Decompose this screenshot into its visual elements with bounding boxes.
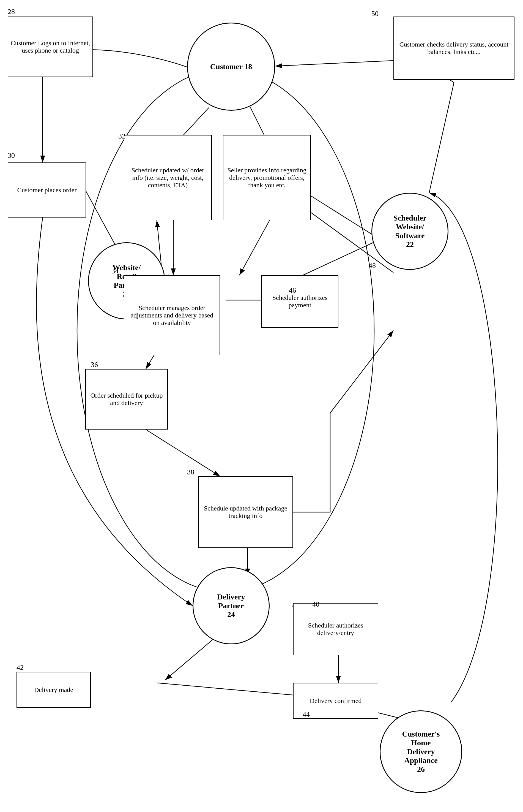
svg-line-8 (239, 220, 270, 275)
scheduler-website-node: SchedulerWebsite/Software22 (372, 193, 448, 270)
customer-checks-text: Customer checks delivery status, account… (396, 41, 512, 56)
delivery-made-text: Delivery made (34, 686, 73, 694)
scheduler-authorizes-payment-box: Scheduler authorizes payment (262, 275, 338, 328)
label-40: 40 (312, 600, 320, 608)
svg-line-12 (146, 430, 220, 476)
seller-provides-text: Seller provides info regarding delivery,… (226, 167, 308, 189)
label-34: 34 (111, 267, 119, 275)
svg-line-17 (157, 683, 311, 697)
customer-node: Customer 18 (187, 22, 275, 111)
svg-line-16 (165, 633, 220, 680)
label-50: 50 (372, 10, 379, 18)
home-delivery-label: Customer'sHomeDeliveryAppliance26 (402, 730, 440, 774)
delivery-partner-label: DeliveryPartner24 (217, 592, 245, 619)
home-delivery-node: Customer'sHomeDeliveryAppliance26 (380, 710, 462, 793)
label-46: 46 (289, 287, 296, 295)
order-scheduled-text: Order scheduled for pickup and delivery (88, 392, 165, 407)
scheduler-updated-box: Scheduler updated w/ order info (i.e. si… (124, 135, 212, 220)
seller-provides-box: Seller provides info regarding delivery,… (223, 135, 311, 220)
label-44: 44 (303, 710, 310, 719)
order-scheduled-box: Order scheduled for pickup and delivery (85, 369, 168, 430)
customer-places-box: Customer places order (8, 162, 86, 218)
delivery-partner-node: DeliveryPartner24 (193, 567, 270, 644)
label-42: 42 (17, 663, 24, 672)
scheduler-authorizes-delivery-box: Scheduler authorizes delivery/entry (293, 603, 378, 655)
label-28: 28 (8, 8, 15, 16)
svg-line-19 (275, 61, 393, 66)
label-36: 36 (91, 361, 98, 369)
delivery-made-box: Delivery made (17, 672, 91, 708)
label-48: 48 (369, 262, 376, 270)
customer-logs-box: Customer Logs on to Internet, uses phone… (8, 17, 93, 77)
schedule-updated-box: Schedule updated with package tracking i… (198, 476, 293, 548)
label-32: 32 (118, 132, 125, 140)
scheduler-authorizes-delivery-text: Scheduler authorizes delivery/entry (296, 622, 376, 637)
scheduler-manages-text: Scheduler manages order adjustments and … (127, 304, 217, 327)
label-38: 38 (187, 468, 194, 476)
scheduler-website-label: SchedulerWebsite/Software22 (393, 214, 427, 249)
customer-label: Customer 18 (210, 62, 252, 71)
customer-places-text: Customer places order (17, 186, 77, 194)
customer-checks-box: Customer checks delivery status, account… (393, 17, 515, 80)
customer-logs-text: Customer Logs on to Internet, uses phone… (11, 39, 90, 54)
label-30: 30 (8, 152, 15, 160)
scheduler-manages-box: Scheduler manages order adjustments and … (124, 275, 220, 355)
scheduler-updated-text: Scheduler updated w/ order info (i.e. si… (127, 167, 209, 189)
delivery-confirmed-text: Delivery confirmed (310, 697, 362, 705)
scheduler-authorizes-payment-text: Scheduler authorizes payment (264, 294, 336, 309)
schedule-updated-text: Schedule updated with package tracking i… (201, 505, 290, 520)
